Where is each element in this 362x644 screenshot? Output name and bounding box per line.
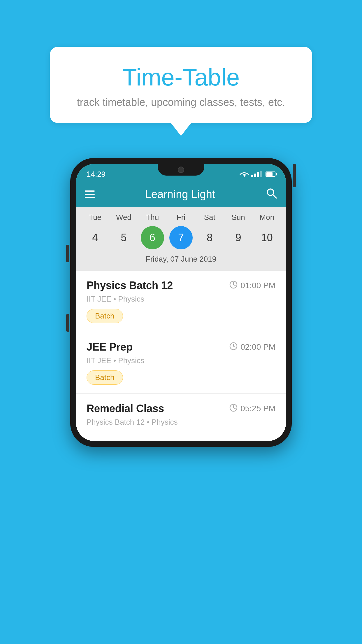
days-header: Tue Wed Thu Fri Sat Sun Mon (76, 213, 286, 222)
hamburger-line (85, 197, 95, 198)
phone-container: 14:29 (70, 158, 292, 447)
schedule-title-1: Physics Batch 12 (87, 279, 173, 292)
schedule-item-2[interactable]: JEE Prep 02:00 PM (76, 332, 286, 394)
signal-icon (251, 171, 262, 177)
svg-line-11 (233, 408, 235, 409)
status-icons (240, 171, 275, 177)
schedule-title-2: JEE Prep (87, 341, 133, 353)
schedule-time-3: 05:25 PM (229, 404, 275, 414)
schedule-title-3: Remedial Class (87, 402, 164, 415)
svg-line-5 (233, 285, 235, 286)
day-label-sun: Sun (227, 213, 250, 222)
schedule-meta-3: Physics Batch 12 • Physics (87, 418, 275, 427)
phone-screen: 14:29 (76, 164, 286, 441)
schedule-time-text-2: 02:00 PM (240, 342, 275, 352)
day-7-selected[interactable]: 7 (169, 226, 193, 249)
volume-down-button (66, 314, 69, 332)
day-5[interactable]: 5 (112, 226, 135, 249)
calendar-bar: Tue Wed Thu Fri Sat Sun Mon 4 5 6 7 8 9 … (76, 207, 286, 271)
clock-icon-3 (229, 404, 238, 414)
volume-up-button (66, 245, 69, 262)
schedule-item-2-header: JEE Prep 02:00 PM (87, 341, 275, 353)
bubble-title: Time-Table (73, 64, 289, 90)
day-label-wed: Wed (112, 213, 135, 222)
schedule-meta-1: IIT JEE • Physics (87, 295, 275, 304)
day-6-today[interactable]: 6 (141, 226, 164, 249)
day-label-mon: Mon (255, 213, 279, 222)
power-button (293, 164, 296, 187)
phone-notch (158, 164, 204, 176)
svg-line-2 (273, 195, 276, 198)
schedule-time-text-1: 01:00 PM (240, 281, 275, 290)
speech-bubble: Time-Table track timetable, upcoming cla… (50, 47, 312, 123)
clock-icon-1 (229, 281, 238, 291)
front-camera (178, 167, 184, 173)
day-label-thu: Thu (141, 213, 164, 222)
day-9[interactable]: 9 (227, 226, 250, 249)
batch-badge-2: Batch (87, 370, 123, 385)
schedule-list: Physics Batch 12 01:00 PM (76, 271, 286, 441)
svg-point-0 (244, 176, 245, 177)
schedule-meta-2: IIT JEE • Physics (87, 356, 275, 365)
selected-date-label: Friday, 07 June 2019 (76, 255, 286, 268)
day-8[interactable]: 8 (198, 226, 221, 249)
hamburger-line (85, 190, 95, 192)
days-numbers: 4 5 6 7 8 9 10 (76, 226, 286, 249)
schedule-item-1-header: Physics Batch 12 01:00 PM (87, 279, 275, 292)
batch-badge-1: Batch (87, 309, 123, 323)
schedule-time-2: 02:00 PM (229, 342, 275, 352)
schedule-item-3[interactable]: Remedial Class 05:25 PM (76, 394, 286, 441)
day-label-tue: Tue (83, 213, 107, 222)
schedule-time-text-3: 05:25 PM (240, 404, 275, 413)
day-label-sat: Sat (198, 213, 221, 222)
schedule-item-1[interactable]: Physics Batch 12 01:00 PM (76, 271, 286, 332)
phone-frame: 14:29 (70, 158, 292, 447)
wifi-icon (240, 171, 249, 177)
bubble-subtitle: track timetable, upcoming classes, tests… (73, 96, 289, 108)
hamburger-line (85, 194, 95, 195)
day-10[interactable]: 10 (255, 226, 279, 249)
status-time: 14:29 (87, 170, 106, 179)
day-4[interactable]: 4 (83, 226, 107, 249)
battery-icon (266, 172, 275, 177)
speech-bubble-section: Time-Table track timetable, upcoming cla… (50, 47, 312, 123)
schedule-time-1: 01:00 PM (229, 281, 275, 291)
hamburger-menu-button[interactable] (85, 190, 95, 198)
clock-icon-2 (229, 342, 238, 352)
app-title: Learning Light (145, 188, 215, 201)
search-button[interactable] (266, 187, 277, 202)
day-label-fri: Fri (169, 213, 193, 222)
schedule-item-3-header: Remedial Class 05:25 PM (87, 402, 275, 415)
svg-line-8 (233, 346, 235, 347)
app-header: Learning Light (76, 181, 286, 207)
